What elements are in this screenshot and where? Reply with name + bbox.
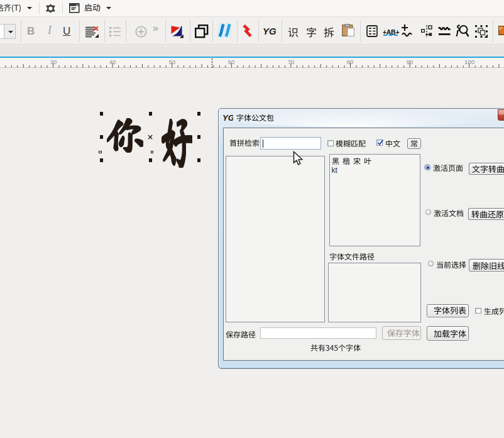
svg-text:YG: YG	[222, 113, 233, 123]
